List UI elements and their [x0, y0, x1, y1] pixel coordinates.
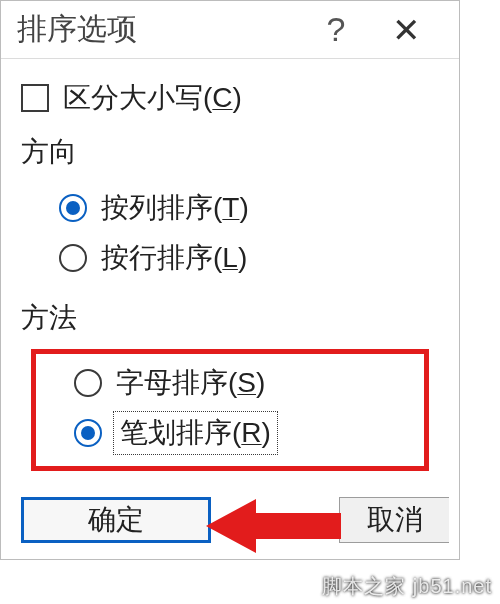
annotation-highlight: 字母排序(S) 笔划排序(R): [31, 349, 429, 471]
method-option-alpha[interactable]: 字母排序(S): [36, 358, 424, 408]
direction-option-label: 按列排序(T): [101, 189, 249, 227]
sort-options-dialog: 排序选项 ? ✕ 区分大小写(C) 方向 按列排序(T) 按行排序(L) 方法: [0, 0, 460, 560]
direction-section-title: 方向: [21, 133, 439, 171]
dialog-body: 区分大小写(C) 方向 按列排序(T) 按行排序(L) 方法 字母排序(S): [1, 59, 459, 481]
case-sensitive-label: 区分大小写(C): [63, 79, 242, 117]
case-sensitive-checkbox[interactable]: 区分大小写(C): [21, 79, 439, 117]
cancel-button[interactable]: 取消: [339, 497, 449, 543]
dialog-title: 排序选项: [17, 9, 301, 50]
watermark-text: 脚本之家 jb51.net: [322, 573, 492, 600]
method-option-label: 笔划排序(R): [116, 414, 275, 452]
cancel-button-label: 取消: [367, 501, 423, 539]
svg-marker-0: [206, 499, 341, 553]
radio-icon: [74, 419, 102, 447]
direction-option-label: 按行排序(L): [101, 239, 247, 277]
method-option-label: 字母排序(S): [116, 364, 265, 402]
ok-button[interactable]: 确定: [21, 497, 211, 543]
direction-option-row[interactable]: 按行排序(L): [21, 233, 439, 283]
help-icon[interactable]: ?: [301, 10, 371, 49]
button-bar: 确定 取消: [1, 481, 459, 559]
annotation-arrow: [211, 497, 339, 543]
radio-icon: [74, 369, 102, 397]
titlebar: 排序选项 ? ✕: [1, 1, 459, 59]
radio-icon: [59, 244, 87, 272]
close-icon[interactable]: ✕: [371, 10, 441, 50]
ok-button-label: 确定: [88, 501, 144, 539]
direction-option-column[interactable]: 按列排序(T): [21, 183, 439, 233]
method-option-stroke[interactable]: 笔划排序(R): [36, 408, 424, 458]
checkbox-box-icon: [21, 84, 49, 112]
radio-icon: [59, 194, 87, 222]
method-section-title: 方法: [21, 299, 439, 337]
